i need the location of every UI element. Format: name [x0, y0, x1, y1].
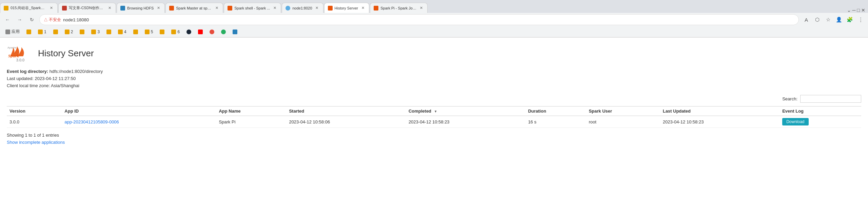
forward-button[interactable]: → — [15, 15, 24, 24]
tab-favicon-1 — [4, 6, 8, 11]
bookmark-label-4: 2 — [71, 30, 73, 34]
table-header: Version App ID App Name Started Complete… — [7, 106, 861, 116]
app-id-link[interactable]: app-20230412105809-0006 — [64, 119, 119, 124]
bookmark-icon[interactable]: ☆ — [823, 15, 833, 24]
bookmark-youtube[interactable] — [195, 29, 205, 35]
browser-tab-7[interactable]: History Server ✕ — [324, 3, 370, 13]
tab-close-1[interactable]: ✕ — [48, 5, 54, 11]
spark-logo-svg: Apache Spark — [7, 44, 34, 58]
tab-close-5[interactable]: ✕ — [272, 5, 277, 11]
tab-label-3: Browsing HDFS — [127, 6, 154, 10]
maximize-icon[interactable]: □ — [857, 7, 860, 13]
minimize-icon[interactable]: ─ — [852, 7, 856, 13]
bookmark-misc1[interactable] — [207, 29, 217, 35]
bookmark-9[interactable] — [131, 29, 141, 35]
tab-label-5: Spark shell - Spark ... — [234, 6, 270, 10]
tab-close-7[interactable]: ✕ — [360, 5, 366, 11]
search-input[interactable] — [800, 95, 861, 103]
bookmark-4[interactable]: 2 — [62, 29, 76, 35]
browser-tab-4[interactable]: Spark Master at spa... ✕ — [165, 3, 223, 13]
back-button[interactable]: ← — [3, 15, 12, 24]
extension-icon[interactable]: 🧩 — [845, 15, 854, 24]
search-bar: Search: — [7, 95, 861, 103]
bookmark-6[interactable]: 3 — [88, 29, 102, 35]
bookmark-2[interactable]: 1 — [35, 29, 49, 35]
settings-icon[interactable]: ⋮ — [856, 15, 865, 24]
cell-last-updated: 2023-04-12 10:58:23 — [660, 116, 780, 128]
bookmark-label-2: 1 — [44, 30, 46, 34]
th-app-id: App ID — [62, 106, 216, 116]
reload-button[interactable]: ↻ — [27, 15, 37, 24]
profile-icon[interactable]: 👤 — [834, 15, 844, 24]
tab-label-7: History Server — [335, 6, 358, 10]
bookmark-1[interactable] — [24, 29, 34, 35]
bookmark-misc3[interactable] — [230, 29, 240, 35]
svg-text:Spark: Spark — [8, 53, 19, 58]
tab-close-4[interactable]: ✕ — [214, 5, 219, 11]
browser-tab-6[interactable]: node1:8020 ✕ — [282, 3, 323, 13]
cell-spark-user: root — [586, 116, 660, 128]
tab-favicon-3 — [120, 6, 125, 11]
browser-tab-2[interactable]: 写文章-CSDN创作中... ✕ — [58, 3, 116, 13]
show-incomplete-link[interactable]: Show incomplete applications — [7, 140, 65, 145]
bookmark-icon-5 — [80, 30, 84, 34]
browser-tab-1[interactable]: 015.尚硅谷_Spark框... ✕ — [0, 3, 58, 13]
url-text: node1:18080 — [63, 17, 794, 22]
bookmark-apps[interactable]: 应用 — [3, 28, 22, 35]
cell-started: 2023-04-12 10:58:06 — [286, 116, 406, 128]
bookmark-icon-misc2 — [221, 30, 226, 34]
bookmark-icon-3 — [53, 30, 58, 34]
tab-favicon-7 — [328, 6, 333, 11]
bookmark-11[interactable] — [157, 29, 167, 35]
browser-tab-5[interactable]: Spark shell - Spark ... ✕ — [224, 3, 281, 13]
table-header-row: Version App ID App Name Started Complete… — [7, 106, 861, 116]
translate-icon[interactable]: A — [802, 15, 811, 24]
tab-label-6: node1:8020 — [292, 6, 312, 10]
bookmark-steam[interactable] — [184, 29, 194, 35]
tab-favicon-5 — [228, 6, 232, 11]
url-bar[interactable]: △ 不安全 node1:18080 — [39, 14, 799, 25]
bookmark-5[interactable] — [77, 29, 87, 35]
screenshot-icon[interactable]: ⬡ — [812, 15, 822, 24]
bookmark-misc2[interactable] — [218, 29, 229, 35]
spark-logo: Apache Spark 3.0.0 — [7, 44, 34, 62]
tab-close-6[interactable]: ✕ — [314, 5, 320, 11]
bookmark-icon-apps — [5, 30, 10, 34]
bookmark-label-10: 5 — [151, 30, 153, 34]
bookmark-7[interactable] — [104, 29, 114, 35]
bookmark-3[interactable] — [51, 29, 61, 35]
window-close-icon[interactable]: ✕ — [861, 7, 865, 13]
browser-tab-3[interactable]: Browsing HDFS ✕ — [117, 3, 165, 13]
bookmark-icon-8 — [118, 30, 123, 34]
th-completed[interactable]: Completed ▼ — [406, 106, 525, 116]
bookmark-icon-9 — [133, 30, 138, 34]
tab-label-8: Spark Pi - Spark Job... — [380, 6, 416, 10]
bookmark-icon-11 — [160, 30, 164, 34]
bookmark-10[interactable]: 5 — [142, 29, 156, 35]
bookmark-12[interactable]: 6 — [169, 29, 182, 35]
bookmark-icon-4 — [65, 30, 70, 34]
tab-bar: 015.尚硅谷_Spark框... ✕ 写文章-CSDN创作中... ✕ Bro… — [0, 0, 868, 13]
tab-close-3[interactable]: ✕ — [156, 5, 161, 11]
bookmark-label-12: 6 — [177, 30, 180, 34]
tab-favicon-2 — [62, 6, 67, 11]
download-button[interactable]: Download — [782, 118, 808, 125]
timezone-row: Client local time zone: Asia/Shanghai — [7, 83, 861, 88]
bookmark-icon-youtube — [198, 30, 203, 34]
bookmark-icon-2 — [38, 30, 43, 34]
bookmark-icon-misc1 — [210, 30, 214, 34]
bookmark-icon-7 — [106, 30, 111, 34]
cell-version: 3.0.0 — [7, 116, 62, 128]
browser-tab-8[interactable]: Spark Pi - Spark Job... ✕ — [370, 3, 428, 13]
bookmarks-bar: 应用 1 2 3 4 — [0, 26, 868, 37]
th-version: Version — [7, 106, 62, 116]
search-label: Search: — [782, 96, 797, 101]
last-updated-value: 2023-04-12 11:27:50 — [35, 76, 76, 81]
event-log-row: Event log directory: hdfs://node1:8020/d… — [7, 69, 861, 74]
entries-text: Showing 1 to 1 of 1 entries — [7, 133, 861, 138]
cell-app-id: app-20230412105809-0006 — [62, 116, 216, 128]
tab-close-8[interactable]: ✕ — [418, 5, 424, 11]
bookmark-8[interactable]: 4 — [115, 29, 129, 35]
tab-close-2[interactable]: ✕ — [107, 5, 112, 11]
tab-list-icon[interactable]: ⌄ — [847, 7, 851, 13]
